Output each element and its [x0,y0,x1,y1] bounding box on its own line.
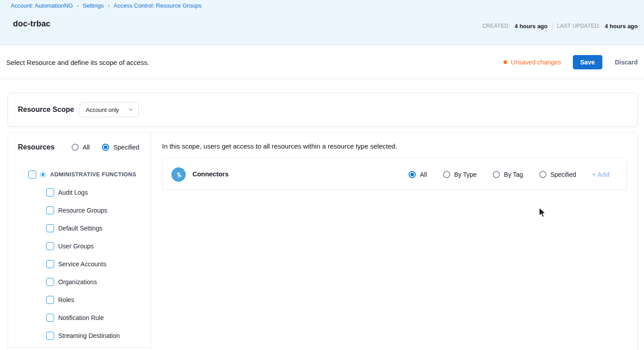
tree-item-label: Roles [58,296,74,303]
tree-item-service-accounts[interactable]: Service Accounts [46,260,106,268]
checkbox[interactable] [28,171,36,179]
tree-item-label: Notification Rule [58,314,104,321]
tree-item-notification-rule[interactable]: Notification Rule [46,314,104,322]
checkbox[interactable] [46,260,54,268]
page: Account: AutomationNG › Settings › Acces… [0,0,644,350]
resource-row-name: Connectors [192,171,229,178]
tree-item-label: Resource Groups [58,207,107,214]
radio-icon[interactable] [493,171,500,178]
tree-item-roles[interactable]: Roles [46,296,74,304]
resources-title: Resources [18,143,55,151]
tree-item-audit-logs[interactable]: Audit Logs [46,188,88,196]
discard-button[interactable]: Discard [615,59,638,66]
page-header: Account: AutomationNG › Settings › Acces… [0,0,644,45]
unsaved-changes-label: Unsaved changes [511,59,561,66]
breadcrumb-separator-icon: › [108,3,110,9]
scope-note: In this scope, users get access to all r… [162,142,397,150]
connectors-radio-by-type[interactable]: By Type [443,171,477,178]
checkbox[interactable] [46,188,54,196]
tree-group-administrative-functions[interactable]: ADMINISTRATIVE FUNCTIONS [28,171,136,179]
breadcrumb-access-control-link[interactable]: Access Control: Resource Groups [114,2,202,9]
checkbox[interactable] [46,296,54,304]
resources-left-panel: Resources All Specified ADMINISTRATIVE F… [8,132,151,350]
tree-item-default-settings[interactable]: Default Settings [46,224,102,232]
radio-label: Specified [113,144,139,151]
resource-row-connectors: Connectors All By Type By Tag Specified [162,158,627,190]
last-updated-label: LAST UPDATED: [557,23,601,29]
checkbox[interactable] [46,314,54,322]
resources-radio-all[interactable]: All [72,144,90,151]
resources-radio-specified[interactable]: Specified [102,144,139,151]
radio-label: By Type [454,171,477,178]
meta-divider [552,22,553,30]
add-resources-link[interactable]: + Add [592,171,610,178]
radio-label: All [83,144,90,151]
resources-card: Resources All Specified ADMINISTRATIVE F… [8,132,638,350]
breadcrumb: Account: AutomationNG › Settings › Acces… [11,2,201,9]
created-value: 4 hours ago [515,23,548,30]
tree-group-label: ADMINISTRATIVE FUNCTIONS [50,171,136,178]
radio-label: All [420,171,427,178]
chevron-down-icon [128,107,133,112]
unsaved-changes-status: Unsaved changes [503,59,561,66]
resources-header: Resources All Specified [18,143,139,151]
radio-icon[interactable] [539,171,546,178]
tree-item-user-groups[interactable]: User Groups [46,242,94,250]
connectors-radio-all[interactable]: All [409,171,427,178]
tree-item-label: Service Accounts [58,260,106,268]
checkbox[interactable] [46,224,54,232]
last-updated-value: 4 hours ago [605,23,638,30]
tree-item-label: Default Settings [58,225,102,232]
tree-item-label: Audit Logs [58,189,88,196]
toolbar: Select Resource and define its scope of … [0,46,644,79]
tree-item-organizations[interactable]: Organizations [46,278,97,286]
radio-icon[interactable] [409,171,416,178]
header-meta: CREATED: 4 hours ago LAST UPDATED: 4 hou… [482,22,638,30]
tree-item-resource-groups[interactable]: Resource Groups [46,206,107,214]
created-label: CREATED: [482,23,510,29]
radio-label: By Tag [504,171,523,178]
tree-item-label: Organizations [58,278,97,286]
breadcrumb-account-link[interactable]: Account: AutomationNG [11,2,73,9]
breadcrumb-separator-icon: › [77,3,79,9]
radio-icon[interactable] [72,144,79,151]
checkbox[interactable] [46,206,54,214]
resource-scope-card: Resource Scope Account only [8,93,638,127]
checkbox[interactable] [46,332,54,340]
left-panel-divider [9,347,151,348]
resource-scope-select[interactable]: Account only [80,102,139,117]
tree-item-label: Streaming Destination [58,332,120,339]
checkbox[interactable] [46,242,54,250]
toolbar-actions: Unsaved changes Save Discard [503,55,638,69]
radio-icon[interactable] [102,144,109,151]
scope-indicator-icon [40,171,46,178]
breadcrumb-settings-link[interactable]: Settings [83,2,104,9]
save-button[interactable]: Save [573,55,602,69]
resource-row-options: All By Type By Tag Specified + Add [409,158,610,191]
page-title: doc-trbac [13,19,51,29]
connectors-radio-specified[interactable]: Specified [539,171,576,178]
checkbox[interactable] [46,278,54,286]
tree-item-streaming-destination[interactable]: Streaming Destination [46,332,120,340]
connectors-icon [171,167,186,182]
resource-scope-selected-value: Account only [85,107,119,113]
tree-item-label: User Groups [58,243,94,250]
unsaved-dot-icon [503,60,507,64]
radio-icon[interactable] [443,171,450,178]
resource-scope-label: Resource Scope [18,106,74,114]
connectors-radio-by-tag[interactable]: By Tag [493,171,523,178]
radio-label: Specified [550,171,576,178]
toolbar-description: Select Resource and define its scope of … [6,59,149,66]
